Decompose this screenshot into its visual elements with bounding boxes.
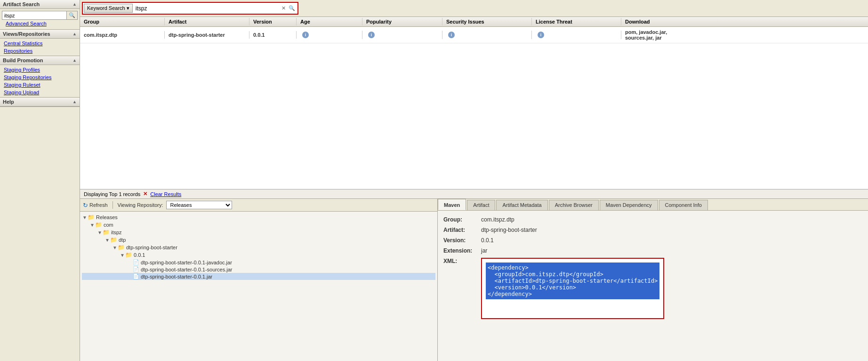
col-header-artifact[interactable]: Artifact bbox=[165, 18, 249, 25]
staging-ruleset-link[interactable]: Staging Ruleset bbox=[0, 81, 80, 89]
file-icon-javadoc: 📄 bbox=[133, 259, 139, 265]
tree-label-dtp: dtp bbox=[119, 237, 126, 243]
staging-repos-link[interactable]: Staging Repositories bbox=[0, 74, 80, 81]
refresh-button[interactable]: ↻ Refresh bbox=[83, 202, 108, 209]
tab-artifact[interactable]: Artifact bbox=[467, 200, 495, 210]
views-repos-arrow[interactable]: ▲ bbox=[72, 32, 77, 36]
toolbar-separator bbox=[113, 201, 113, 209]
staging-profiles-link[interactable]: Staging Profiles bbox=[0, 66, 80, 74]
help-arrow[interactable]: ▲ bbox=[72, 99, 77, 104]
tab-maven-dependency[interactable]: Maven Dependency bbox=[600, 200, 658, 210]
version-value: 0.0.1 bbox=[481, 237, 494, 244]
expand-jar bbox=[127, 274, 133, 279]
search-clear-icon[interactable]: ✕ bbox=[280, 5, 287, 11]
tree-label-jar: dtp-spring-boot-starter-0.0.1.jar bbox=[141, 274, 212, 279]
col-header-version[interactable]: Version bbox=[249, 18, 297, 25]
tree-label-version: 0.0.1 bbox=[134, 252, 145, 258]
table-row[interactable]: com.itspz.dtp dtp-spring-boot-starter 0.… bbox=[80, 27, 868, 43]
display-text: Displaying Top 1 records bbox=[84, 191, 140, 197]
help-section: Help ▲ bbox=[0, 98, 80, 107]
artifact-search-label: Artifact Search bbox=[3, 1, 40, 7]
tree-item-com[interactable]: ▼ 📁 com bbox=[82, 221, 435, 229]
detail-panel: Maven Artifact Artifact Metadata Archive… bbox=[438, 199, 868, 361]
repositories-link[interactable]: Repositories bbox=[0, 47, 80, 55]
file-icon-jar: 📄 bbox=[133, 273, 139, 279]
download-links: pom, javadoc.jar,sources.jar, jar bbox=[625, 29, 667, 41]
tree-item-starter[interactable]: ▼ 📁 dtp-spring-boot-starter bbox=[82, 244, 435, 251]
group-row: Group: com.itspz.dtp bbox=[443, 216, 862, 223]
xml-line-3: <artifactId>dtp-spring-boot-starter</art… bbox=[488, 278, 658, 284]
tab-component-info[interactable]: Component Info bbox=[659, 200, 708, 210]
search-go-icon[interactable]: 🔍 bbox=[287, 5, 297, 11]
central-stats-link[interactable]: Central Statistics bbox=[0, 40, 80, 47]
clear-results-button[interactable]: Clear Results bbox=[150, 191, 181, 197]
folder-icon-version: 📁 bbox=[125, 252, 132, 258]
artifact-search-btn[interactable]: 🔍 bbox=[66, 11, 77, 19]
license-info-icon[interactable]: i bbox=[538, 32, 544, 38]
clear-x-icon: ✕ bbox=[143, 191, 147, 197]
artifact-label: Artifact: bbox=[443, 227, 481, 233]
group-label: Group: bbox=[443, 216, 481, 223]
search-box-container: 🔍 bbox=[2, 11, 78, 20]
col-header-security[interactable]: Security Issues bbox=[442, 18, 532, 25]
xml-line-2: <groupId>com.itspz.dtp</groupId> bbox=[488, 271, 658, 278]
col-header-age[interactable]: Age bbox=[297, 18, 362, 25]
tree-item-version[interactable]: ▼ 📁 0.0.1 bbox=[82, 251, 435, 259]
tree-label-itspz: itspz bbox=[111, 230, 122, 235]
refresh-label: Refresh bbox=[89, 202, 108, 208]
keyword-search-button[interactable]: Keyword Search ▾ bbox=[84, 4, 133, 13]
col-header-popularity[interactable]: Popularity bbox=[362, 18, 442, 25]
tree-label-releases: Releases bbox=[96, 214, 118, 220]
repo-select[interactable]: Releases bbox=[166, 201, 232, 209]
expand-starter[interactable]: ▼ bbox=[112, 245, 118, 250]
build-promotion-arrow[interactable]: ▲ bbox=[72, 58, 77, 63]
expand-itspz[interactable]: ▼ bbox=[97, 230, 103, 235]
tree-panel: ↻ Refresh Viewing Repository: Releases ▼ bbox=[80, 199, 438, 361]
tree-item-itspz[interactable]: ▼ 📁 itspz bbox=[82, 229, 435, 236]
col-header-download[interactable]: Download bbox=[621, 18, 868, 25]
xml-label: XML: bbox=[443, 258, 481, 264]
expand-dtp[interactable]: ▼ bbox=[104, 238, 110, 243]
tree-item-releases[interactable]: ▼ 📁 Releases bbox=[82, 213, 435, 221]
age-info-icon[interactable]: i bbox=[302, 32, 309, 38]
advanced-search-link[interactable]: Advanced Search bbox=[2, 20, 78, 27]
expand-com[interactable]: ▼ bbox=[89, 222, 95, 228]
expand-releases[interactable]: ▼ bbox=[82, 215, 88, 220]
folder-icon-starter: 📁 bbox=[118, 244, 125, 251]
expand-version[interactable]: ▼ bbox=[120, 253, 125, 258]
keyword-search-input[interactable] bbox=[135, 4, 280, 13]
version-row: Version: 0.0.1 bbox=[443, 237, 862, 244]
tree-label-starter: dtp-spring-boot-starter bbox=[126, 245, 177, 250]
tab-artifact-metadata[interactable]: Artifact Metadata bbox=[496, 200, 547, 210]
artifact-search-input[interactable] bbox=[2, 12, 66, 19]
results-table-header: Group Artifact Version Age Popularity Se… bbox=[80, 17, 868, 27]
refresh-icon: ↻ bbox=[83, 202, 88, 209]
artifact-search-arrow[interactable]: ▲ bbox=[72, 2, 77, 7]
tree-item-dtp[interactable]: ▼ 📁 dtp bbox=[82, 236, 435, 244]
row-security: i bbox=[442, 31, 532, 39]
extension-label: Extension: bbox=[443, 247, 481, 254]
xml-box[interactable]: <dependency> <groupId>com.itspz.dtp</gro… bbox=[481, 258, 664, 319]
xml-line-5: </dependency> bbox=[488, 291, 658, 297]
tree-item-jar[interactable]: 📄 dtp-spring-boot-starter-0.0.1.jar bbox=[82, 273, 435, 280]
build-promotion-items: Staging Profiles Staging Repositories St… bbox=[0, 65, 80, 97]
col-header-group[interactable]: Group bbox=[80, 18, 165, 25]
col-header-license[interactable]: License Threat bbox=[532, 18, 621, 25]
help-label: Help bbox=[3, 99, 14, 105]
lower-area: ↻ Refresh Viewing Repository: Releases ▼ bbox=[80, 199, 868, 361]
tab-archive-browser[interactable]: Archive Browser bbox=[549, 200, 599, 210]
security-info-icon[interactable]: i bbox=[448, 32, 455, 38]
row-download: pom, javadoc.jar,sources.jar, jar bbox=[621, 28, 868, 41]
file-icon-sources: 📄 bbox=[133, 266, 139, 272]
tree-item-javadoc[interactable]: 📄 dtp-spring-boot-starter-0.0.1-javadoc.… bbox=[82, 259, 435, 266]
popularity-info-icon[interactable]: i bbox=[368, 32, 375, 38]
tree-label-com: com bbox=[104, 222, 113, 228]
folder-icon-com: 📁 bbox=[95, 222, 102, 228]
staging-upload-link[interactable]: Staging Upload bbox=[0, 89, 80, 96]
tab-maven[interactable]: Maven bbox=[438, 199, 466, 210]
artifact-value: dtp-spring-boot-starter bbox=[481, 227, 537, 233]
row-version: 0.0.1 bbox=[249, 31, 297, 39]
tree-item-sources[interactable]: 📄 dtp-spring-boot-starter-0.0.1-sources.… bbox=[82, 266, 435, 273]
expand-sources bbox=[127, 267, 133, 272]
xml-line-1: <dependency> bbox=[488, 264, 658, 271]
